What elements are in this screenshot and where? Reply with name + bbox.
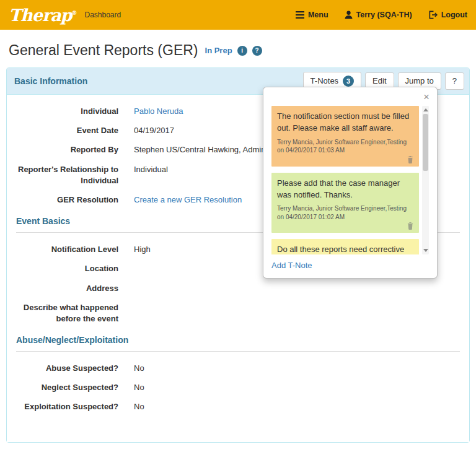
section-title-abuse-neglect-exploitation: Abuse/Neglect/Exploitation [16,332,460,352]
field-label: Notification Level [16,244,134,255]
user-button[interactable]: Terry (SQA-TH) [345,11,412,19]
registered-mark: ® [72,10,77,16]
tnote-meta: Terry Mancia, Junior Software Engineer,T… [277,204,413,221]
topbar: Therap® Dashboard Menu Terry (SQA-TH) Lo [0,0,476,30]
logout-label: Logout [441,11,467,19]
field-label: Location [16,263,134,274]
tnotes-button-label: T-Notes [311,76,339,87]
field-describe-before-event: Describe what happened before the event [16,302,460,324]
brand-text: Therap [9,6,72,25]
scrollbar-up-arrow[interactable] [423,108,428,111]
scrollbar[interactable] [422,106,429,254]
logout-button[interactable]: Logout [428,11,467,19]
field-value: 04/19/2017 [134,125,174,136]
therap-logo[interactable]: Therap® [9,7,77,24]
tnotes-list: The notification section must be filled … [271,106,429,254]
add-tnote-link[interactable]: Add T-Note [271,261,312,270]
individual-link[interactable]: Pablo Neruda [134,106,183,117]
field-label: GER Resolution [16,194,134,206]
tnote-footer [277,221,413,230]
create-ger-resolution-link[interactable]: Create a new GER Resolution [134,194,242,206]
tnotes-count-badge: 3 [343,76,354,87]
dashboard-link[interactable]: Dashboard [85,11,121,19]
menu-label: Menu [308,11,328,19]
page: Therap® Dashboard Menu Terry (SQA-TH) Lo [0,0,476,452]
hamburger-icon [296,11,304,19]
panel-help-button[interactable]: ? [445,72,464,90]
field-value: No [134,382,144,393]
panel-title: Basic Information [14,76,87,86]
field-label: Individual [16,106,134,117]
field-label: Reporter's Relationship to Individual [16,164,134,186]
tnote-item: Please add that the case manager was not… [271,173,419,233]
info-icon[interactable]: i [237,46,247,56]
tnote-text: Please add that the case manager was not… [277,178,413,201]
field-label: Exploitation Suspected? [16,401,134,412]
field-exploitation-suspected: Exploitation Suspected? No [16,401,460,412]
tnote-item: Do all these reports need corrective act… [271,239,419,254]
scrollbar-down-arrow[interactable] [423,249,428,252]
trash-icon[interactable] [407,222,413,232]
user-icon [345,11,353,19]
field-value: Individual [134,164,168,186]
field-value: High [134,244,151,255]
field-label: Describe what happened before the event [16,302,134,324]
scrollbar-thumb[interactable] [423,114,428,171]
trash-icon[interactable] [407,156,413,165]
field-label: Reported By [16,144,134,155]
user-label: Terry (SQA-TH) [356,11,412,19]
tnote-text: The notification section must be filled … [277,111,413,134]
topbar-right: Menu Terry (SQA-TH) Logout [296,11,467,19]
logout-icon [428,11,438,19]
status-badge: In Prep [205,46,232,55]
field-label: Neglect Suspected? [16,382,134,393]
field-value: No [134,401,144,412]
help-icon[interactable]: ? [252,46,262,56]
tnote-meta: Terry Mancia, Junior Software Engineer,T… [277,138,413,155]
tnote-item: The notification section must be filled … [271,106,419,167]
field-label: Abuse Suspected? [16,363,134,374]
tnote-footer [277,155,413,164]
tnotes-scroll-area: The notification section must be filled … [271,106,419,254]
field-value: No [134,363,144,374]
field-neglect-suspected: Neglect Suspected? No [16,382,460,393]
page-title-row: General Event Reports (GER) In Prep i ? [0,30,476,67]
field-address: Address [16,283,460,294]
tnote-text: Do all these reports need corrective act… [277,244,413,254]
close-icon[interactable]: × [422,90,431,103]
field-label: Event Date [16,125,134,136]
field-abuse-suspected: Abuse Suspected? No [16,363,460,374]
tnotes-popover: × The notification section must be fille… [263,87,438,279]
field-value: Stephen US/Central Hawking, Admin [134,144,265,155]
menu-button[interactable]: Menu [296,11,328,19]
field-label: Address [16,283,134,294]
page-title: General Event Reports (GER) [9,42,198,59]
